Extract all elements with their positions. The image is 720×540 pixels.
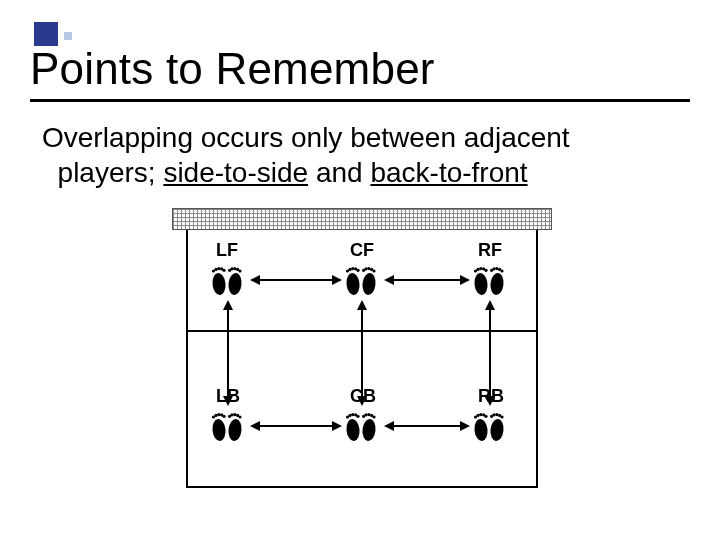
arrow-cf-rf	[384, 274, 470, 286]
arrow-lf-lb	[222, 300, 234, 406]
body-line-2-mid: and	[308, 157, 370, 188]
label-rf: RF	[478, 240, 502, 261]
feet-icon	[210, 262, 246, 298]
accent-dot	[64, 32, 72, 40]
slide: Points to Remember Overlapping occurs on…	[0, 0, 720, 540]
arrow-rf-rb	[484, 300, 496, 406]
slide-title: Points to Remember	[30, 44, 435, 94]
feet-icon	[344, 408, 380, 444]
label-cf: CF	[350, 240, 374, 261]
body-line-1: Overlapping occurs only between adjacent	[42, 122, 570, 153]
volleyball-net	[172, 208, 552, 230]
body-line-2-pre: players;	[58, 157, 164, 188]
feet-icon	[472, 262, 508, 298]
label-lf: LF	[216, 240, 238, 261]
feet-icon	[210, 408, 246, 444]
player-lb: LB	[210, 408, 246, 464]
arrow-lb-cb	[250, 420, 342, 432]
body-line-2-u2: back-to-front	[370, 157, 527, 188]
arrow-lf-cf	[250, 274, 342, 286]
arrow-cb-rb	[384, 420, 470, 432]
body-text: Overlapping occurs only between adjacent…	[42, 120, 678, 190]
title-underline	[30, 99, 690, 102]
accent-square	[34, 22, 58, 46]
feet-icon	[472, 408, 508, 444]
court-diagram: LF CF RF LB CB RB	[172, 208, 552, 508]
body-line-2-u1: side-to-side	[163, 157, 308, 188]
feet-icon	[344, 262, 380, 298]
player-rb: RB	[472, 408, 508, 464]
player-cb: CB	[344, 408, 380, 464]
arrow-cf-cb	[356, 300, 368, 406]
